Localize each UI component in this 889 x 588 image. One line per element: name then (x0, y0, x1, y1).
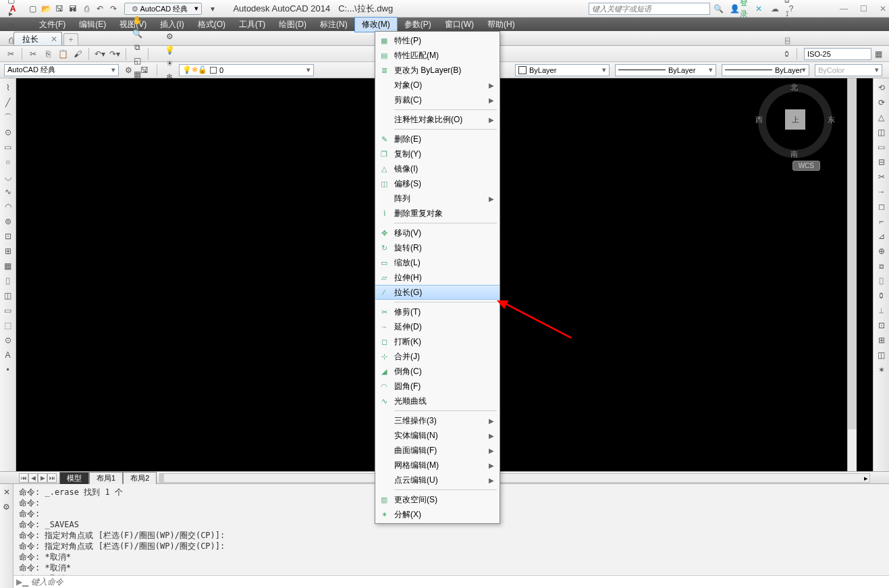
menu-item-更改为 ByLayer[interactable]: ≣更改为 ByLayer(B) (375, 63, 500, 78)
qat-open-icon[interactable]: 📂 (40, 3, 52, 15)
modify-tool-19[interactable]: ✶ (875, 363, 888, 377)
signin-button[interactable]: 👤 登录 (732, 3, 745, 15)
menu-item-网格编辑[interactable]: 网格编辑(M)▶ (375, 458, 500, 473)
draw-tool-5[interactable]: ○ (1, 155, 15, 169)
std-btn-0[interactable]: ▢ (4, 0, 18, 7)
menu-修改[interactable]: 修改(M) (354, 17, 398, 32)
dim-btn-4[interactable]: ⟟ (780, 7, 794, 20)
modify-tool-1[interactable]: ⟳ (875, 96, 888, 109)
menu-item-剪裁[interactable]: 剪裁(C)▶ (375, 92, 500, 107)
menu-item-旋转[interactable]: ↻旋转(R) (375, 240, 500, 255)
draw-tool-3[interactable]: ⊙ (1, 126, 15, 139)
std-btn-1[interactable]: ▸ (4, 7, 18, 20)
view-btn-2[interactable]: ⧉ (130, 41, 144, 54)
search-icon[interactable]: 🔍 (711, 3, 725, 15)
modify-tool-11[interactable]: ⊕ (875, 244, 888, 258)
menu-item-缩放[interactable]: ▭缩放(L) (375, 255, 500, 270)
menu-帮助[interactable]: 帮助(H) (481, 18, 522, 32)
dim-btn-7[interactable]: ⧮ (780, 47, 794, 61)
menu-item-圆角[interactable]: ◠圆角(F) (375, 379, 500, 394)
layer-btn-1[interactable]: 💡 (163, 43, 176, 57)
qat-dropdown-icon[interactable]: ▾ (207, 3, 219, 15)
workspace-save-icon[interactable]: 🖫 (138, 63, 151, 77)
menu-item-对象[interactable]: 对象(O)▶ (375, 78, 500, 92)
undo-icon[interactable]: ↶▾ (93, 47, 107, 61)
command-input[interactable] (31, 577, 886, 587)
menu-item-偏移[interactable]: ◫偏移(S) (375, 176, 500, 191)
search-input[interactable] (589, 3, 709, 14)
dim-btn-3[interactable]: ⧈ (780, 0, 794, 7)
modify-tool-6[interactable]: ✂ (875, 170, 888, 184)
menu-item-合并[interactable]: ⊹合并(J) (375, 349, 500, 364)
layer-selector[interactable]: 💡❄🔓 0 (179, 64, 314, 76)
modify-tool-17[interactable]: ⊞ (875, 333, 888, 347)
workspace-gear-icon[interactable]: ⚙ (122, 63, 135, 77)
close-icon[interactable]: ✕ (51, 34, 57, 44)
qat-undo-icon[interactable]: ↶ (94, 3, 106, 15)
layout-tab-model[interactable]: 模型 (59, 472, 89, 484)
draw-tool-6[interactable]: ◡ (1, 170, 15, 184)
draw-tool-12[interactable]: ▦ (1, 259, 15, 273)
horizontal-scrollbar[interactable]: ▸ (159, 473, 870, 483)
menu-item-注释性对象比例[interactable]: 注释性对象比例(O)▶ (375, 112, 500, 127)
draw-tool-16[interactable]: ⬚ (1, 319, 15, 332)
menu-标注[interactable]: 标注(N) (313, 18, 354, 32)
modify-tool-16[interactable]: ⊡ (875, 319, 888, 332)
modify-tool-9[interactable]: ⌐ (875, 215, 888, 228)
modify-tool-8[interactable]: ◻ (875, 200, 888, 213)
menu-item-实体编辑[interactable]: 实体编辑(N)▶ (375, 428, 500, 443)
draw-tool-8[interactable]: ◠ (1, 200, 15, 213)
draw-tool-18[interactable]: A (1, 348, 15, 362)
menu-item-更改空间[interactable]: ▥更改空间(S) (375, 492, 500, 507)
draw-tool-10[interactable]: ⊡ (1, 230, 15, 243)
menu-item-倒角[interactable]: ◢倒角(C) (375, 364, 500, 379)
modify-tool-12[interactable]: ⧈ (875, 259, 888, 273)
menu-item-光顺曲线[interactable]: ∿光顺曲线 (375, 394, 500, 408)
draw-tool-11[interactable]: ⊞ (1, 244, 15, 258)
menu-工具[interactable]: 工具(T) (232, 18, 272, 32)
menu-item-删除[interactable]: ✎删除(E) (375, 132, 500, 146)
layer-btn-0[interactable]: ⚙ (163, 30, 176, 43)
stayconnected-icon[interactable]: ☁ (768, 3, 782, 15)
menu-item-特性匹配[interactable]: ▤特性匹配(M) (375, 48, 500, 63)
cut-icon[interactable]: ✂ (26, 47, 40, 61)
draw-tool-1[interactable]: ╱ (1, 96, 15, 109)
menu-绘图[interactable]: 绘图(D) (272, 18, 313, 32)
workspace-selector[interactable]: ⚙ AutoCAD 经典 (124, 3, 202, 15)
modify-tool-7[interactable]: → (875, 185, 888, 198)
view-btn-0[interactable]: ✋ (130, 14, 144, 27)
draw-tool-17[interactable]: ⊙ (1, 333, 15, 347)
draw-tool-15[interactable]: ▭ (1, 304, 15, 317)
dimstyle-selector[interactable] (804, 48, 871, 60)
layout-nav[interactable]: ⏮◀▶⏭ (19, 473, 57, 483)
menu-item-复制[interactable]: ❐复制(Y) (375, 146, 500, 161)
draw-tool-13[interactable]: ⌷ (1, 274, 15, 288)
wcs-badge[interactable]: WCS (792, 161, 820, 171)
draw-tool-4[interactable]: ▭ (1, 140, 15, 154)
paste-icon[interactable]: 📋 (56, 47, 70, 61)
menu-窗口[interactable]: 窗口(W) (438, 18, 481, 32)
modify-tool-3[interactable]: ◫ (875, 126, 888, 139)
menu-item-分解[interactable]: ✶分解(X) (375, 507, 500, 522)
menu-item-移动[interactable]: ✥移动(V) (375, 225, 500, 240)
document-tab[interactable]: 拉长 ✕ (14, 32, 62, 45)
dim-btn-5[interactable]: ⊞ (780, 20, 794, 34)
linetype-selector[interactable]: ByLayer (615, 64, 716, 76)
draw-tool-9[interactable]: ⊚ (1, 215, 15, 228)
std-btn-4[interactable]: ✂ (4, 47, 18, 61)
view-btn-1[interactable]: 🔍 (130, 27, 144, 41)
menu-文件[interactable]: 文件(F) (32, 18, 72, 32)
cmd-opts-icon[interactable]: ⚙ (0, 500, 14, 514)
modify-tool-15[interactable]: ⟂ (875, 304, 888, 317)
menu-item-打断[interactable]: ◻打断(K) (375, 334, 500, 349)
copy-icon[interactable]: ⎘ (41, 47, 55, 61)
dimstyle-btn-icon[interactable]: ▦ (871, 47, 885, 61)
layout-tab-1[interactable]: 布局1 (89, 472, 123, 484)
menu-item-特性[interactable]: ▦特性(P) (375, 33, 500, 48)
viewcube[interactable]: 上 北 南 西 东 (758, 84, 832, 158)
redo-icon[interactable]: ↷▾ (108, 47, 122, 61)
dim-btn-6[interactable]: ⌸ (780, 34, 794, 47)
modify-tool-2[interactable]: △ (875, 111, 888, 124)
lineweight-selector[interactable]: ByLayer (722, 64, 809, 76)
menu-item-曲面编辑[interactable]: 曲面编辑(F)▶ (375, 443, 500, 458)
